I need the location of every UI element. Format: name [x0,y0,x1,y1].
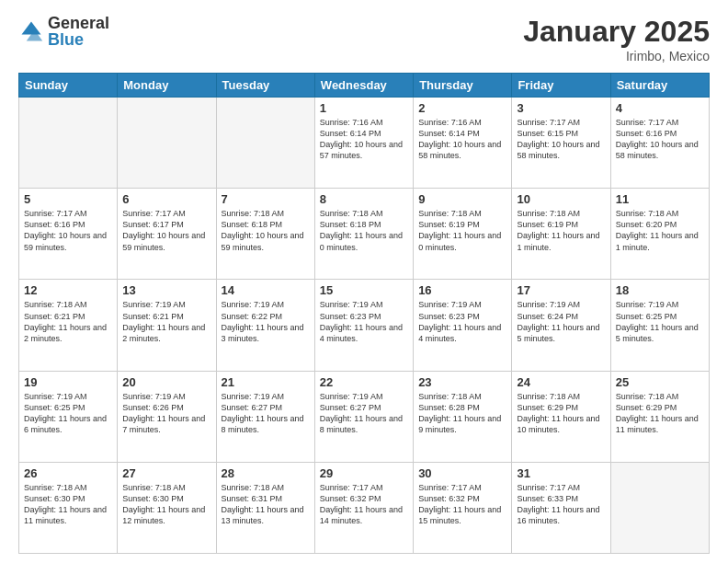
calendar-cell: 7Sunrise: 7:18 AM Sunset: 6:18 PM Daylig… [216,189,314,280]
day-number: 30 [418,466,506,480]
day-info: Sunrise: 7:17 AM Sunset: 6:15 PM Dayligh… [517,117,605,162]
calendar-cell: 14Sunrise: 7:19 AM Sunset: 6:22 PM Dayli… [216,280,314,371]
calendar-cell: 27Sunrise: 7:18 AM Sunset: 6:30 PM Dayli… [118,462,216,553]
day-info: Sunrise: 7:19 AM Sunset: 6:23 PM Dayligh… [320,299,408,344]
day-number: 22 [320,375,408,389]
day-info: Sunrise: 7:19 AM Sunset: 6:22 PM Dayligh… [222,299,310,344]
logo-general-text: General [48,15,109,31]
calendar-cell [118,98,216,189]
calendar-cell: 20Sunrise: 7:19 AM Sunset: 6:26 PM Dayli… [118,371,216,462]
day-number: 6 [122,192,210,206]
day-number: 21 [222,375,310,389]
day-info: Sunrise: 7:18 AM Sunset: 6:28 PM Dayligh… [418,391,506,436]
day-info: Sunrise: 7:18 AM Sunset: 6:19 PM Dayligh… [418,208,506,253]
calendar-cell: 29Sunrise: 7:17 AM Sunset: 6:32 PM Dayli… [314,462,413,553]
day-info: Sunrise: 7:16 AM Sunset: 6:14 PM Dayligh… [418,117,506,162]
calendar-cell: 6Sunrise: 7:17 AM Sunset: 6:17 PM Daylig… [118,189,216,280]
month-year: January 2025 [523,15,710,49]
calendar-header-row: SundayMondayTuesdayWednesdayThursdayFrid… [19,74,710,98]
day-number: 14 [222,283,310,297]
day-info: Sunrise: 7:18 AM Sunset: 6:31 PM Dayligh… [222,482,310,527]
calendar-cell: 15Sunrise: 7:19 AM Sunset: 6:23 PM Dayli… [314,280,413,371]
calendar-col-friday: Friday [512,74,610,98]
calendar-cell: 11Sunrise: 7:18 AM Sunset: 6:20 PM Dayli… [610,189,709,280]
calendar-cell: 8Sunrise: 7:18 AM Sunset: 6:18 PM Daylig… [314,189,413,280]
day-number: 25 [616,375,704,389]
calendar-cell: 2Sunrise: 7:16 AM Sunset: 6:14 PM Daylig… [414,98,512,189]
calendar-col-saturday: Saturday [610,74,709,98]
calendar-week-row: 12Sunrise: 7:18 AM Sunset: 6:21 PM Dayli… [19,280,710,371]
day-info: Sunrise: 7:17 AM Sunset: 6:16 PM Dayligh… [616,117,704,162]
svg-marker-0 [22,22,41,35]
logo-text: General Blue [48,15,109,48]
calendar-cell [216,98,314,189]
calendar-col-wednesday: Wednesday [314,74,413,98]
calendar-week-row: 5Sunrise: 7:17 AM Sunset: 6:16 PM Daylig… [19,189,710,280]
day-number: 1 [320,101,408,115]
calendar-col-monday: Monday [118,74,216,98]
calendar-col-sunday: Sunday [19,74,118,98]
calendar-cell: 18Sunrise: 7:19 AM Sunset: 6:25 PM Dayli… [610,280,709,371]
calendar-week-row: 19Sunrise: 7:19 AM Sunset: 6:25 PM Dayli… [19,371,710,462]
day-info: Sunrise: 7:18 AM Sunset: 6:30 PM Dayligh… [24,482,112,527]
logo-blue-text: Blue [48,31,109,48]
day-info: Sunrise: 7:19 AM Sunset: 6:26 PM Dayligh… [122,391,210,436]
day-number: 23 [418,375,506,389]
day-number: 24 [517,375,605,389]
calendar-cell: 12Sunrise: 7:18 AM Sunset: 6:21 PM Dayli… [19,280,118,371]
day-info: Sunrise: 7:18 AM Sunset: 6:29 PM Dayligh… [616,391,704,436]
day-number: 5 [24,192,112,206]
day-info: Sunrise: 7:18 AM Sunset: 6:29 PM Dayligh… [517,391,605,436]
calendar-table: SundayMondayTuesdayWednesdayThursdayFrid… [18,73,710,554]
calendar-cell: 4Sunrise: 7:17 AM Sunset: 6:16 PM Daylig… [610,98,709,189]
calendar-cell: 19Sunrise: 7:19 AM Sunset: 6:25 PM Dayli… [19,371,118,462]
day-number: 18 [616,283,704,297]
day-info: Sunrise: 7:17 AM Sunset: 6:17 PM Dayligh… [122,208,210,253]
day-number: 11 [616,192,704,206]
day-info: Sunrise: 7:18 AM Sunset: 6:18 PM Dayligh… [320,208,408,253]
calendar-cell: 17Sunrise: 7:19 AM Sunset: 6:24 PM Dayli… [512,280,610,371]
day-number: 28 [222,466,310,480]
calendar-cell [19,98,118,189]
calendar-cell: 16Sunrise: 7:19 AM Sunset: 6:23 PM Dayli… [414,280,512,371]
calendar-week-row: 1Sunrise: 7:16 AM Sunset: 6:14 PM Daylig… [19,98,710,189]
calendar-cell: 5Sunrise: 7:17 AM Sunset: 6:16 PM Daylig… [19,189,118,280]
day-info: Sunrise: 7:18 AM Sunset: 6:30 PM Dayligh… [122,482,210,527]
day-number: 2 [418,101,506,115]
day-number: 19 [24,375,112,389]
day-info: Sunrise: 7:17 AM Sunset: 6:16 PM Dayligh… [24,208,112,253]
day-number: 15 [320,283,408,297]
day-info: Sunrise: 7:19 AM Sunset: 6:25 PM Dayligh… [24,391,112,436]
calendar-cell: 28Sunrise: 7:18 AM Sunset: 6:31 PM Dayli… [216,462,314,553]
calendar-cell: 24Sunrise: 7:18 AM Sunset: 6:29 PM Dayli… [512,371,610,462]
calendar-cell: 10Sunrise: 7:18 AM Sunset: 6:19 PM Dayli… [512,189,610,280]
day-info: Sunrise: 7:17 AM Sunset: 6:32 PM Dayligh… [320,482,408,527]
calendar-cell: 23Sunrise: 7:18 AM Sunset: 6:28 PM Dayli… [414,371,512,462]
day-info: Sunrise: 7:18 AM Sunset: 6:21 PM Dayligh… [24,299,112,344]
day-info: Sunrise: 7:18 AM Sunset: 6:18 PM Dayligh… [222,208,310,253]
day-number: 13 [122,283,210,297]
calendar-cell: 30Sunrise: 7:17 AM Sunset: 6:32 PM Dayli… [414,462,512,553]
day-info: Sunrise: 7:16 AM Sunset: 6:14 PM Dayligh… [320,117,408,162]
header: General Blue January 2025 Irimbo, Mexico [18,15,710,63]
day-info: Sunrise: 7:17 AM Sunset: 6:33 PM Dayligh… [517,482,605,527]
calendar-cell [610,462,709,553]
day-info: Sunrise: 7:19 AM Sunset: 6:23 PM Dayligh… [418,299,506,344]
calendar-col-thursday: Thursday [414,74,512,98]
title-block: January 2025 Irimbo, Mexico [523,15,710,63]
day-number: 31 [517,466,605,480]
calendar-col-tuesday: Tuesday [216,74,314,98]
day-number: 10 [517,192,605,206]
logo-icon [18,18,44,44]
day-number: 7 [222,192,310,206]
page: General Blue January 2025 Irimbo, Mexico… [0,0,728,563]
calendar-week-row: 26Sunrise: 7:18 AM Sunset: 6:30 PM Dayli… [19,462,710,553]
day-number: 8 [320,192,408,206]
calendar-cell: 13Sunrise: 7:19 AM Sunset: 6:21 PM Dayli… [118,280,216,371]
day-info: Sunrise: 7:19 AM Sunset: 6:25 PM Dayligh… [616,299,704,344]
day-info: Sunrise: 7:18 AM Sunset: 6:20 PM Dayligh… [616,208,704,253]
day-info: Sunrise: 7:19 AM Sunset: 6:24 PM Dayligh… [517,299,605,344]
day-number: 17 [517,283,605,297]
calendar-cell: 1Sunrise: 7:16 AM Sunset: 6:14 PM Daylig… [314,98,413,189]
day-number: 29 [320,466,408,480]
